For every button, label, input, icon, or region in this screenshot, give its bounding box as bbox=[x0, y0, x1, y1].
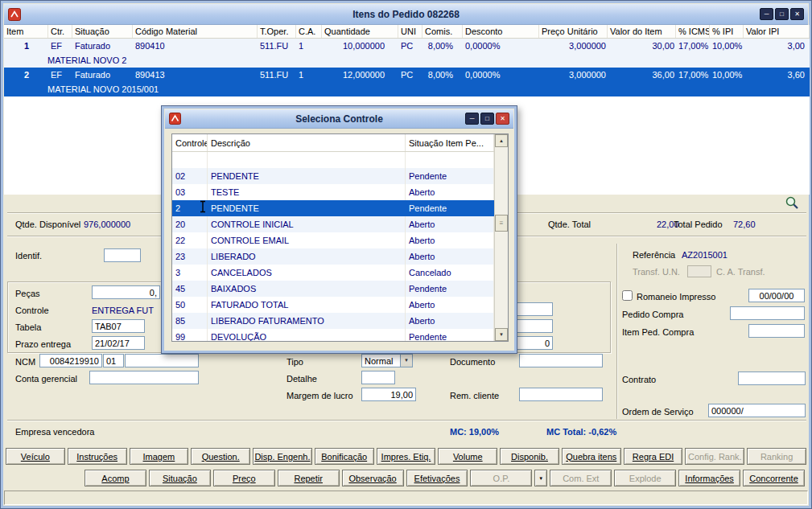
dialog-column-header[interactable]: Situação Item Pe... bbox=[406, 134, 494, 151]
dialog-row[interactable] bbox=[172, 152, 494, 168]
grid-cell: Faturado bbox=[72, 39, 133, 53]
impres-etiq-button[interactable]: Impres. Etiq. bbox=[377, 448, 436, 465]
imagem-button[interactable]: Imagem bbox=[130, 448, 189, 465]
chevron-down-icon[interactable]: ▼ bbox=[400, 355, 412, 367]
grid-cell: 10,00% bbox=[710, 68, 744, 82]
ordem-servico-input[interactable] bbox=[708, 404, 806, 417]
conta-gerencial-input[interactable] bbox=[89, 371, 199, 384]
grid-column-header[interactable]: Código Material bbox=[133, 25, 258, 38]
grid-row-selected[interactable]: 2 EF Faturado 890413 511.FU 1 12,000000 … bbox=[4, 68, 810, 82]
grid-column-header[interactable]: C.A. bbox=[296, 25, 322, 38]
close-icon[interactable]: ✕ bbox=[790, 8, 804, 20]
efetivacoes-button[interactable]: Efetivações bbox=[406, 470, 468, 486]
grid-column-header[interactable]: Comis. bbox=[422, 25, 463, 38]
main-titlebar[interactable]: Itens do Pedido 082268 ─ □ ✕ bbox=[4, 4, 808, 25]
item-ped-compra-input[interactable] bbox=[748, 324, 805, 338]
grid-column-header[interactable]: Valor do Item bbox=[608, 25, 676, 38]
dialog-row[interactable]: 50 FATURADO TOTAL Aberto bbox=[172, 297, 494, 313]
concorrente-button[interactable]: Concorrente bbox=[743, 470, 805, 486]
dialog-row[interactable]: 02 PENDENTE Pendente bbox=[172, 168, 494, 184]
dialog-row[interactable]: 22 CONTROLE EMAIL Aberto bbox=[172, 232, 494, 248]
dialog-column-header[interactable]: Controle bbox=[172, 134, 208, 151]
ncm-ext-input[interactable] bbox=[103, 354, 124, 367]
grid-column-header[interactable]: Preço Unitário bbox=[539, 25, 608, 38]
question-button[interactable]: Question. bbox=[191, 448, 250, 465]
volume-button[interactable]: Volume bbox=[438, 448, 497, 465]
grid-column-header[interactable]: % IPI bbox=[710, 25, 744, 38]
ncm-input[interactable] bbox=[39, 354, 102, 367]
regra-edi-button[interactable]: Regra EDI bbox=[624, 448, 683, 465]
scrollbar-thumb[interactable]: ≡ bbox=[495, 215, 508, 232]
op-dropdown-icon[interactable]: ▼ bbox=[534, 470, 547, 486]
grid-column-header[interactable]: Desconto bbox=[463, 25, 539, 38]
zoom-icon[interactable] bbox=[785, 195, 799, 210]
dialog-row[interactable]: 20 CONTROLE INICIAL Aberto bbox=[172, 216, 494, 232]
acomp-button[interactable]: Acomp bbox=[84, 470, 146, 486]
maximize-icon[interactable]: □ bbox=[775, 8, 789, 20]
grid-column-header[interactable]: Situação bbox=[72, 25, 133, 38]
grid-column-header[interactable]: Ctr. bbox=[48, 25, 72, 38]
prazo-entrega-label: Prazo entrega bbox=[15, 339, 71, 350]
scroll-up-icon[interactable]: ▲ bbox=[495, 134, 508, 147]
ncm-extra-input[interactable] bbox=[125, 354, 199, 367]
dialog-row[interactable]: 99 DEVOLUÇÃO Pendente bbox=[172, 329, 494, 342]
preco-button[interactable]: Preço bbox=[213, 470, 275, 486]
grid-row-description[interactable]: MATERIAL NOVO 2 bbox=[4, 53, 810, 68]
dialog-titlebar[interactable]: Seleciona Controle ─ □ ✕ bbox=[165, 109, 513, 129]
romaneio-date-input[interactable] bbox=[748, 289, 805, 302]
grid-column-header[interactable]: T.Oper. bbox=[258, 25, 296, 38]
repetir-button[interactable]: Repetir bbox=[278, 470, 340, 486]
grid-row[interactable]: 1 EF Faturado 890410 511.FU 1 10,000000 … bbox=[4, 39, 810, 53]
tipo-select[interactable]: Normal ▼ bbox=[361, 354, 413, 367]
instrucoes-button[interactable]: Instruções bbox=[68, 448, 127, 465]
dialog-column-header[interactable]: Descrição bbox=[208, 134, 406, 151]
disponib-button[interactable]: Disponib. bbox=[500, 448, 559, 465]
grid-column-header[interactable]: Item bbox=[4, 25, 48, 38]
scrollbar-track[interactable]: ▲ ≡ ▼ bbox=[494, 134, 508, 341]
veiculo-button[interactable]: Veículo bbox=[6, 448, 65, 465]
dialog-row[interactable]: 3 CANCELADOS Cancelado bbox=[172, 265, 494, 281]
grid-cell: PC bbox=[398, 39, 422, 53]
situacao-button[interactable]: Situação bbox=[149, 470, 211, 486]
grid-column-header[interactable]: Valor IPI bbox=[744, 25, 810, 38]
grid-row-description[interactable]: MATERIAL NOVO 2015/001 bbox=[4, 82, 810, 96]
margem-lucro-input[interactable] bbox=[361, 388, 416, 401]
controle-table: Controle Descrição Situação Item Pe... 0… bbox=[171, 133, 509, 342]
prazo-entrega-input[interactable] bbox=[92, 336, 145, 350]
minimize-icon[interactable]: ─ bbox=[465, 113, 479, 125]
contrato-input[interactable] bbox=[738, 371, 806, 385]
close-icon[interactable]: ✕ bbox=[496, 113, 509, 125]
quebra-itens-button[interactable]: Quebra itens bbox=[562, 448, 621, 465]
dialog-row[interactable]: 45 BAIXADOS Pendente bbox=[172, 281, 494, 297]
disp-engenh-button[interactable]: Disp. Engenh. bbox=[253, 448, 312, 465]
grid-cell: 17,00% bbox=[676, 39, 710, 53]
tabela-input[interactable] bbox=[92, 319, 145, 333]
scroll-down-icon[interactable]: ▼ bbox=[495, 328, 508, 341]
rem-cliente-input[interactable] bbox=[519, 388, 603, 401]
bonificacao-button[interactable]: Bonificação bbox=[315, 448, 374, 465]
dialog-row[interactable]: 85 LIBERADO FATURAMENTO Aberto bbox=[172, 313, 494, 329]
documento-input[interactable] bbox=[519, 354, 603, 367]
dialog-row-selected[interactable]: 2 PENDENTE Pendente bbox=[172, 200, 494, 216]
grid-column-header[interactable]: Quantidade bbox=[322, 25, 398, 38]
dialog-row[interactable]: 23 LIBERADO Aberto bbox=[172, 248, 494, 265]
detalhe-input[interactable] bbox=[361, 371, 395, 384]
rem-cliente-label: Rem. cliente bbox=[450, 391, 499, 401]
minimize-icon[interactable]: ─ bbox=[760, 8, 773, 20]
grid-column-header[interactable]: % ICMS bbox=[676, 25, 710, 38]
dialog-cell: PENDENTE bbox=[208, 200, 406, 216]
dialog-row[interactable]: 03 TESTE Aberto bbox=[172, 184, 494, 200]
observacao-button[interactable]: Observação bbox=[342, 470, 404, 486]
pedido-compra-input[interactable] bbox=[730, 306, 805, 320]
maximize-icon[interactable]: □ bbox=[480, 113, 494, 125]
pecas-label: Peças bbox=[15, 289, 40, 299]
seleciona-controle-dialog: Seleciona Controle ─ □ ✕ Controle Descri… bbox=[161, 105, 517, 354]
dialog-cell: Aberto bbox=[406, 184, 494, 200]
pecas-input[interactable] bbox=[92, 285, 160, 299]
grid-cell: 511.FU bbox=[258, 68, 296, 82]
informacoes-button[interactable]: Informações bbox=[678, 470, 740, 486]
grid-column-header[interactable]: UNI bbox=[398, 25, 422, 38]
identif-input[interactable] bbox=[104, 248, 141, 262]
romaneio-checkbox[interactable] bbox=[622, 290, 633, 301]
ncm-label: NCM bbox=[15, 357, 35, 367]
